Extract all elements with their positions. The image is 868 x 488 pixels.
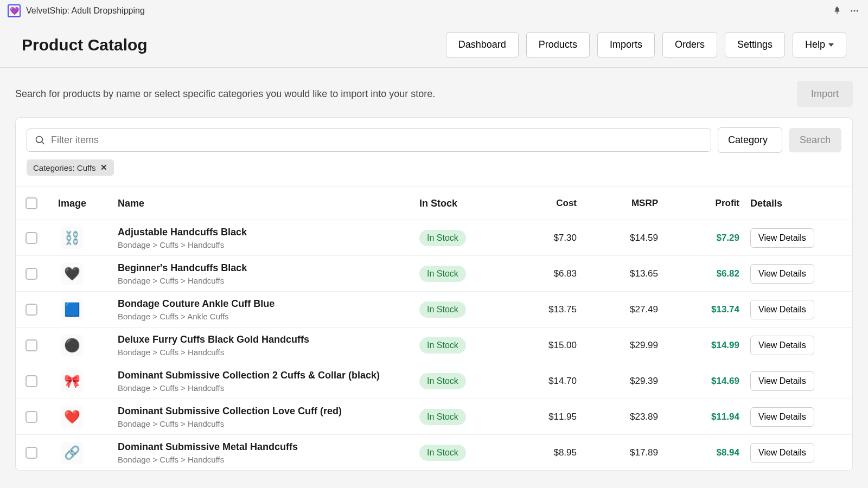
product-name: Dominant Submissive Collection 2 Cuffs &… [118, 370, 419, 381]
msrp-value: $14.59 [588, 233, 669, 243]
profit-value: $14.99 [669, 340, 750, 351]
msrp-value: $29.39 [588, 376, 669, 387]
category-label: Category [728, 134, 768, 146]
msrp-value: $27.49 [588, 304, 669, 315]
nav-help[interactable]: Help [793, 32, 846, 57]
product-thumbnail: 🎀 [61, 370, 83, 392]
product-breadcrumb: Bondage > Cuffs > Handcuffs [118, 383, 419, 393]
table-row: 🔗 Dominant Submissive Metal Handcuffs Bo… [16, 435, 852, 471]
product-thumbnail: 🔗 [61, 442, 83, 464]
cost-value: $15.00 [506, 340, 588, 351]
search-input-wrap[interactable] [27, 129, 711, 152]
product-name: Dominant Submissive Metal Handcuffs [118, 441, 419, 453]
svg-point-0 [851, 10, 852, 12]
row-checkbox[interactable] [25, 339, 37, 351]
nav-imports[interactable]: Imports [597, 32, 655, 57]
stock-badge: In Stock [419, 301, 466, 318]
import-button[interactable]: Import [797, 81, 853, 107]
product-name: Bondage Couture Ankle Cuff Blue [118, 298, 419, 310]
cost-value: $8.95 [506, 447, 588, 458]
svg-point-1 [854, 10, 856, 12]
filter-chip-categories[interactable]: Categories: Cuffs ✕ [27, 159, 114, 176]
profit-value: $14.69 [669, 376, 750, 387]
product-breadcrumb: Bondage > Cuffs > Ankle Cuffs [118, 312, 419, 321]
view-details-button[interactable]: View Details [750, 336, 814, 355]
page-title: Product Catalog [22, 36, 148, 54]
product-name: Deluxe Furry Cuffs Black Gold Handcuffs [118, 334, 419, 345]
table-row: ❤️ Dominant Submissive Collection Love C… [16, 399, 852, 435]
cost-value: $14.70 [506, 376, 588, 387]
svg-point-2 [857, 10, 858, 12]
product-table: Image Name In Stock Cost MSRP Profit Det… [16, 187, 852, 471]
stock-badge: In Stock [419, 230, 466, 246]
product-breadcrumb: Bondage > Cuffs > Handcuffs [118, 419, 419, 428]
more-icon[interactable] [848, 5, 860, 17]
product-breadcrumb: Bondage > Cuffs > Handcuffs [118, 276, 419, 285]
view-details-button[interactable]: View Details [750, 228, 814, 248]
row-checkbox[interactable] [25, 375, 37, 387]
row-checkbox[interactable] [25, 232, 37, 244]
filter-row: Category Search [16, 118, 852, 159]
help-text: Search for products by name or select sp… [15, 88, 435, 100]
msrp-value: $17.89 [588, 447, 669, 458]
nav-dashboard[interactable]: Dashboard [446, 32, 519, 57]
pin-icon[interactable] [831, 5, 843, 17]
nav-products[interactable]: Products [526, 32, 590, 57]
filter-chips: Categories: Cuffs ✕ [16, 159, 852, 183]
profit-value: $6.82 [669, 268, 750, 279]
view-details-button[interactable]: View Details [750, 300, 814, 319]
select-all-checkbox[interactable] [25, 197, 37, 209]
search-button[interactable]: Search [789, 128, 841, 152]
nav-orders[interactable]: Orders [662, 32, 717, 57]
table-header-row: Image Name In Stock Cost MSRP Profit Det… [16, 187, 852, 220]
stock-badge: In Stock [419, 266, 466, 282]
product-thumbnail: ❤️ [61, 406, 83, 428]
table-row: ⚫ Deluxe Furry Cuffs Black Gold Handcuff… [16, 328, 852, 363]
msrp-value: $29.99 [588, 340, 669, 351]
window-topbar: 💜 VelvetShip: Adult Dropshipping [0, 0, 868, 22]
view-details-button[interactable]: View Details [750, 264, 814, 284]
stock-badge: In Stock [419, 337, 466, 354]
col-instock: In Stock [419, 198, 506, 209]
subheader: Search for products by name or select sp… [0, 68, 868, 117]
col-image: Image [58, 198, 118, 209]
col-profit: Profit [669, 198, 750, 209]
product-breadcrumb: Bondage > Cuffs > Handcuffs [118, 348, 419, 357]
row-checkbox[interactable] [25, 268, 37, 280]
stock-badge: In Stock [419, 445, 466, 461]
row-checkbox[interactable] [25, 304, 37, 316]
cost-value: $13.75 [506, 304, 588, 315]
profit-value: $8.94 [669, 447, 750, 458]
catalog-panel: Category Search Categories: Cuffs ✕ Imag… [15, 117, 853, 471]
table-row: 🎀 Dominant Submissive Collection 2 Cuffs… [16, 363, 852, 399]
profit-value: $11.94 [669, 412, 750, 422]
close-icon[interactable]: ✕ [100, 163, 107, 172]
chip-label: Categories: Cuffs [33, 163, 96, 172]
table-row: 🟦 Bondage Couture Ankle Cuff Blue Bondag… [16, 292, 852, 328]
nav-help-label: Help [805, 39, 825, 50]
stock-badge: In Stock [419, 373, 466, 389]
profit-value: $7.29 [669, 233, 750, 243]
view-details-button[interactable]: View Details [750, 443, 814, 463]
cost-value: $11.95 [506, 412, 588, 422]
product-thumbnail: 🟦 [61, 299, 83, 320]
cost-value: $6.83 [506, 268, 588, 279]
table-row: ⛓️ Adjustable Handcuffs Black Bondage > … [16, 220, 852, 256]
row-checkbox[interactable] [25, 411, 37, 423]
col-cost: Cost [506, 198, 588, 209]
row-checkbox[interactable] [25, 447, 37, 459]
nav-settings[interactable]: Settings [725, 32, 785, 57]
view-details-button[interactable]: View Details [750, 407, 814, 427]
col-details: Details [750, 198, 843, 209]
search-input[interactable] [51, 134, 703, 146]
view-details-button[interactable]: View Details [750, 371, 814, 391]
category-dropdown[interactable]: Category [718, 127, 782, 153]
msrp-value: $23.89 [588, 412, 669, 422]
cost-value: $7.30 [506, 233, 588, 243]
product-thumbnail: 🖤 [61, 263, 83, 285]
product-name: Beginner's Handcuffs Black [118, 262, 419, 274]
col-msrp: MSRP [588, 198, 669, 209]
msrp-value: $13.65 [588, 268, 669, 279]
product-name: Adjustable Handcuffs Black [118, 227, 419, 238]
page-header: Product Catalog Dashboard Products Impor… [0, 22, 868, 68]
